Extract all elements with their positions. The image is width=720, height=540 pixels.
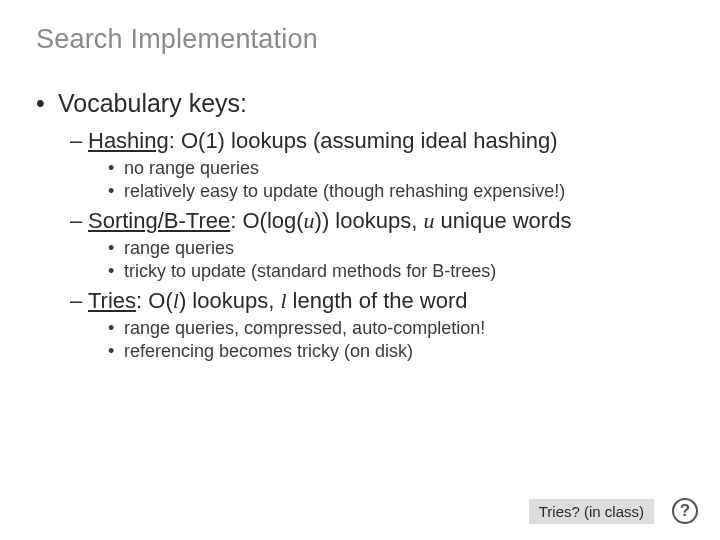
detail-item: •range queries bbox=[108, 238, 684, 259]
dash-icon: – bbox=[70, 208, 88, 234]
dot-icon: • bbox=[108, 318, 124, 339]
dash-icon: – bbox=[70, 128, 88, 154]
term-hashing: Hashing bbox=[88, 128, 169, 153]
dot-icon: • bbox=[108, 181, 124, 202]
list-item: • Vocabulary keys: bbox=[36, 89, 684, 118]
dot-icon: • bbox=[108, 158, 124, 179]
sub-item-text: Sorting/B-Tree: O(log(u)) lookups, u uni… bbox=[88, 208, 571, 234]
help-icon: ? bbox=[672, 498, 698, 524]
detail-item: •no range queries bbox=[108, 158, 684, 179]
sub-item-text: Hashing: O(1) lookups (assuming ideal ha… bbox=[88, 128, 558, 154]
detail-item: •tricky to update (standard methods for … bbox=[108, 261, 684, 282]
slide: Search Implementation • Vocabulary keys:… bbox=[0, 0, 720, 388]
sub-item-text: Tries: O(l) lookups, l length of the wor… bbox=[88, 288, 468, 314]
term-tries: Tries bbox=[88, 288, 136, 313]
dot-icon: • bbox=[108, 261, 124, 282]
sub-item-sorting: – Sorting/B-Tree: O(log(u)) lookups, u u… bbox=[70, 208, 684, 234]
dot-icon: • bbox=[108, 238, 124, 259]
slide-title: Search Implementation bbox=[36, 24, 684, 55]
bullet-list: • Vocabulary keys: – Hashing: O(1) looku… bbox=[36, 89, 684, 362]
bullet-icon: • bbox=[36, 89, 58, 118]
dash-icon: – bbox=[70, 288, 88, 314]
sub-item-tries: – Tries: O(l) lookups, l length of the w… bbox=[70, 288, 684, 314]
sub-item-hashing: – Hashing: O(1) lookups (assuming ideal … bbox=[70, 128, 684, 154]
footer-note: Tries? (in class) bbox=[529, 499, 654, 524]
detail-item: •range queries, compressed, auto-complet… bbox=[108, 318, 684, 339]
detail-item: •relatively easy to update (though rehas… bbox=[108, 181, 684, 202]
list-item-text: Vocabulary keys: bbox=[58, 89, 247, 118]
footer: Tries? (in class) ? bbox=[529, 498, 698, 524]
term-sorting: Sorting/B-Tree bbox=[88, 208, 230, 233]
dot-icon: • bbox=[108, 341, 124, 362]
detail-item: •referencing becomes tricky (on disk) bbox=[108, 341, 684, 362]
